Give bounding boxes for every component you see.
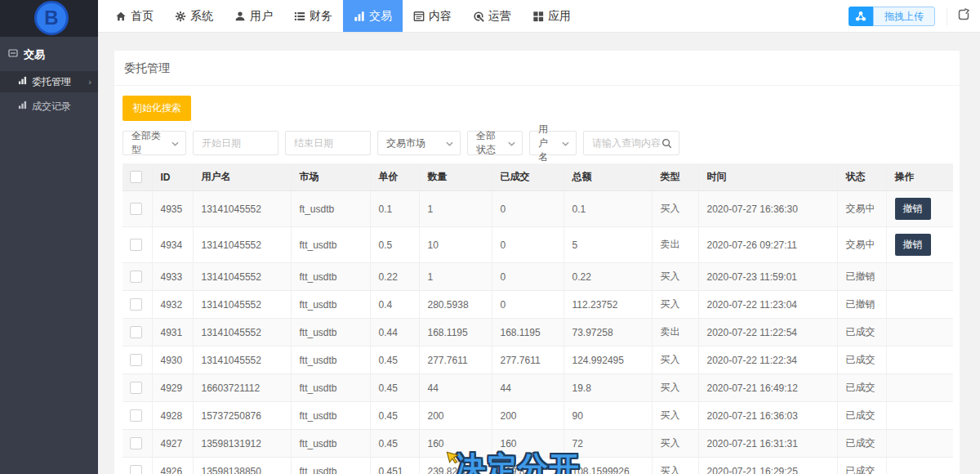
cell-filled: 200: [492, 402, 564, 430]
cell-total: 124.992495: [564, 347, 652, 374]
cell-id: 4932: [152, 291, 193, 319]
cell-price: 0.4: [370, 291, 419, 319]
cell-username: 13141045552: [193, 319, 291, 347]
row-checkbox[interactable]: [130, 382, 142, 394]
row-checkbox[interactable]: [130, 409, 142, 422]
gear-icon: [175, 11, 186, 22]
nav-item-operations[interactable]: 运营: [462, 0, 522, 32]
refresh-button[interactable]: [947, 7, 970, 25]
nav-item-content[interactable]: 内容: [403, 0, 462, 32]
cell-amount: 44: [419, 374, 492, 402]
start-date-input[interactable]: [202, 137, 271, 149]
sidebar: B 交易 委托管理 › 成交记录: [0, 0, 98, 474]
market-select[interactable]: 交易市场: [377, 131, 461, 155]
cell-type: 买入: [652, 430, 698, 458]
cell-filled: 0: [492, 291, 564, 319]
start-date-field[interactable]: [193, 131, 278, 155]
cell-type: 卖出: [652, 227, 698, 263]
cell-time: 2020-07-22 11:22:54: [698, 319, 837, 347]
search-field[interactable]: [583, 131, 679, 155]
type-select-value: 全部类型: [131, 129, 167, 157]
cell-type: 买入: [652, 402, 698, 430]
cell-time: 2020-07-21 16:31:31: [698, 430, 837, 458]
col-header-username: 用户名: [193, 163, 291, 191]
end-date-input[interactable]: [294, 137, 363, 149]
sidebar-item-trade-records[interactable]: 成交记录: [0, 96, 98, 117]
init-search-button[interactable]: 初始化搜索: [122, 96, 191, 121]
cell-type: 买入: [652, 263, 698, 291]
nav-label: 首页: [131, 9, 154, 24]
nav-item-apps[interactable]: 应用: [522, 0, 581, 32]
cell-action: 撤销: [886, 227, 953, 263]
cell-market: ftt_usdtb: [291, 291, 370, 319]
cell-status: 已成交: [837, 402, 886, 430]
cell-status: 交易中: [837, 227, 886, 263]
status-select[interactable]: 全部状态: [467, 131, 523, 155]
cell-username: 16603721112: [193, 374, 291, 402]
cell-total: 5: [564, 227, 652, 263]
nav-item-trade[interactable]: 交易: [343, 0, 403, 32]
nav-item-user[interactable]: 用户: [224, 0, 283, 32]
table-row: 493313141045552ftt_usdtb0.22100.22买入2020…: [122, 263, 953, 291]
cell-price: 0.44: [370, 319, 419, 347]
table-row: 492713598131912ftt_usdtb0.4516016072买入20…: [122, 430, 953, 458]
cell-filled: 239.8226: [492, 458, 564, 474]
row-checkbox[interactable]: [130, 326, 142, 338]
row-checkbox[interactable]: [130, 437, 142, 449]
sidebar-item-entrust-management[interactable]: 委托管理 ›: [0, 71, 98, 92]
cell-id: 4927: [152, 430, 193, 458]
chevron-down-icon: [446, 137, 453, 149]
nav-label: 应用: [548, 9, 571, 24]
cell-market: ftt_usdtb: [291, 458, 370, 474]
row-checkbox[interactable]: [130, 298, 142, 311]
col-header-action: 操作: [886, 163, 953, 191]
cancel-order-button[interactable]: 撤销: [895, 198, 931, 220]
select-all-checkbox[interactable]: [130, 171, 142, 183]
market-select-value: 交易市场: [386, 136, 425, 150]
entrust-management-card: 委托管理 初始化搜索 全部类型 交易市场: [114, 51, 960, 474]
nav-label: 交易: [369, 9, 392, 24]
cell-market: ftt_usdtb: [291, 319, 370, 347]
cell-price: 0.5: [370, 227, 419, 263]
list-icon: [294, 11, 305, 22]
search-input[interactable]: [592, 137, 662, 149]
cell-action: [886, 291, 953, 319]
username-select-value: 用户名: [538, 123, 557, 164]
cell-checkbox: [122, 347, 152, 374]
drag-upload-label: 拖拽上传: [873, 7, 935, 26]
end-date-field[interactable]: [285, 131, 371, 155]
refresh-icon: [957, 8, 970, 25]
cell-type: 买入: [652, 291, 698, 319]
cell-username: 13598138850: [193, 458, 291, 474]
cell-time: 2020-07-26 09:27:11: [698, 227, 837, 263]
cell-market: ftt_usdtb: [291, 263, 370, 291]
sidebar-item-label: 委托管理: [32, 72, 71, 92]
drag-upload-button[interactable]: 拖拽上传: [849, 7, 935, 26]
page-title: 委托管理: [114, 51, 960, 86]
cell-checkbox: [122, 458, 152, 474]
row-checkbox[interactable]: [130, 203, 142, 215]
cell-filled: 168.1195: [492, 319, 564, 347]
nav-item-system[interactable]: 系统: [164, 0, 224, 32]
type-select[interactable]: 全部类型: [122, 131, 186, 155]
cell-market: ftt_usdtb: [291, 347, 370, 374]
cell-time: 2020-07-21 16:36:03: [698, 402, 837, 430]
nav-label: 内容: [429, 9, 452, 24]
row-checkbox[interactable]: [130, 271, 142, 283]
cell-status: 已成交: [837, 374, 886, 402]
cancel-order-button[interactable]: 撤销: [895, 234, 931, 256]
search-icon[interactable]: [662, 138, 672, 149]
username-select[interactable]: 用户名: [529, 131, 577, 155]
share-nodes-icon: [849, 7, 873, 26]
cell-amount: 1: [419, 263, 492, 291]
row-checkbox[interactable]: [130, 465, 142, 474]
cell-amount: 200: [419, 402, 492, 430]
col-header-amount: 数量: [419, 163, 492, 191]
cell-time: 2020-07-21 16:49:12: [698, 374, 837, 402]
nav-item-finance[interactable]: 财务: [283, 0, 343, 32]
row-checkbox[interactable]: [130, 239, 142, 251]
chevron-down-icon: [562, 137, 569, 149]
nav-item-home[interactable]: 首页: [105, 0, 164, 32]
row-checkbox[interactable]: [130, 354, 142, 366]
cell-type: 买入: [652, 374, 698, 402]
